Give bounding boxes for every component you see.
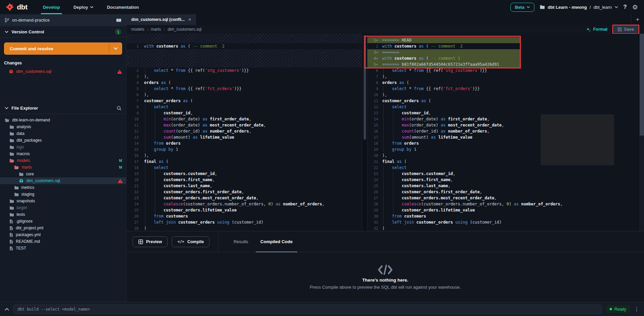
nav-documentation[interactable]: Documentation [100,0,146,14]
compile-button[interactable]: </> Compile [172,236,209,247]
code-line[interactable]: 24 customers.first_name, [367,177,644,183]
tree-item-core[interactable]: core [0,171,126,177]
tree-item-dbt-project-yml[interactable]: dbt_project.yml [0,225,126,231]
tree-item-readme-md[interactable]: README.md [0,238,126,245]
code-line[interactable]: 9 select * from {{ ref('fct_orders')}} [367,86,644,92]
code-line[interactable]: 32) [367,225,644,231]
tree-item-metrics[interactable]: metrics [0,184,126,191]
tree-item-dbt-packages[interactable]: dbt_packages [0,137,126,144]
code-line[interactable]: 24 coalesce(customer_orders.number_of_or… [127,201,362,207]
added-code-line[interactable]: 4+with customers as ( -- comment 1 [367,55,644,61]
code-line[interactable]: 20 customers.first_name, [127,177,362,183]
commit-dropdown-caret[interactable] [109,43,122,54]
version-control-header[interactable]: Version Control 1 [0,26,126,38]
code-line[interactable]: 30 from customers [367,213,644,219]
code-line[interactable]: 8orders as ( [367,80,644,86]
code-line[interactable]: 23 customers.customer_id, [367,171,644,177]
code-line[interactable]: 25 customers.last_name, [367,183,644,189]
code-line[interactable]: 8 select [127,104,362,110]
tree-item--gitignore[interactable]: .gitignore [0,218,126,225]
command-input[interactable] [13,305,602,314]
code-line[interactable]: 16), [127,152,362,159]
breadcrumb-file[interactable]: dim_customers.sql [168,27,201,32]
code-line[interactable]: 7), [367,74,644,80]
tree-item-dbt-learn-on-demand[interactable]: dbt-learn-on-demand [0,117,126,123]
breadcrumb-models[interactable]: models [131,27,144,32]
code-line[interactable]: 14 from orders [127,140,362,146]
editor-scrollbar-thumb[interactable] [640,34,644,136]
kebab-menu-icon[interactable]: ⋮ [634,306,639,312]
nav-deploy[interactable]: Deploy [67,0,100,14]
new-tab-button[interactable]: + [631,14,644,25]
code-line[interactable]: 19 customers.customer_id, [127,171,362,177]
code-line[interactable]: 26 customer_orders.first_order_date, [367,189,644,195]
code-line[interactable]: 21 customers.last_name, [127,183,362,189]
tree-item-data[interactable]: data [0,130,126,137]
branch-bar[interactable]: on-demand-practice [0,14,126,26]
settings-gear-icon[interactable]: ⚙ [632,4,638,10]
tree-item-macros[interactable]: macros [0,150,126,157]
code-line[interactable]: 28 coalesce(customer_orders.number_of_or… [367,201,644,207]
tree-item-models[interactable]: modelsM [0,157,126,164]
code-line[interactable]: 26 from customers [127,213,362,219]
tab-dim-customers[interactable]: dim_customers.sql (confli... ✕ [127,14,196,25]
dbt-logo[interactable]: dbt [0,0,36,14]
code-line[interactable]: 11 max(order_date) as most_recent_order_… [127,122,362,128]
file-explorer-header[interactable]: File Explorer [0,103,126,114]
tree-item-test[interactable]: TEST [0,245,126,252]
nav-develop[interactable]: Develop [36,0,67,14]
code-line[interactable]: 3), [127,74,362,80]
code-line[interactable]: 13 sum(amount) as lifetime_value [127,134,362,140]
search-icon[interactable] [117,106,121,111]
code-line[interactable]: 11customer_orders as ( [367,98,644,104]
tree-item-snapshots[interactable]: snapshots [0,198,126,204]
code-line[interactable]: 6), [127,92,362,98]
code-line[interactable]: 10 min(order_date) as first_order_date, [127,116,362,122]
tree-item-staging[interactable]: staging [0,191,126,198]
tree-item-marts[interactable]: martsM [0,164,126,171]
docs-book-icon[interactable] [116,18,121,23]
code-line[interactable]: 12 select [367,104,644,110]
expand-panel-chevron-icon[interactable] [5,308,9,311]
code-line[interactable]: 27 customer_orders.most_recent_order_dat… [367,195,644,201]
code-line[interactable]: 2with customers as ( -- comment 2 [367,43,644,49]
code-line[interactable]: 27 left join customer_orders using (cust… [127,219,362,225]
code-line[interactable]: 15 group by 1 [127,146,362,152]
splitter-scrollbar-thumb[interactable] [364,35,366,140]
tree-item-packages-yml[interactable]: packages.yml [0,231,126,238]
added-code-line[interactable]: 1+<<<<<<< HEAD [367,37,644,43]
code-line[interactable]: 12 count(order_id) as number_of_orders, [127,128,362,134]
code-line[interactable]: 7customer_orders as ( [127,98,362,104]
tree-item-tests[interactable]: tests [0,211,126,218]
code-line[interactable]: 28) [127,225,362,231]
code-line[interactable]: 4orders as ( [127,80,362,86]
code-line[interactable]: 29 customer_orders.lifetime_value [367,207,644,213]
code-line[interactable]: 6 select * from {{ ref('stg_customers')}… [367,67,644,74]
tab-results[interactable]: Results [227,231,254,252]
code-line[interactable]: 23 customer_orders.most_recent_order_dat… [127,195,362,201]
code-line[interactable]: 18 select [127,165,362,171]
help-icon[interactable]: ? [623,4,627,10]
format-button[interactable]: Format [586,27,607,32]
code-line[interactable]: 5 select * from {{ ref('fct_orders')}} [127,86,362,92]
tree-item-analysis[interactable]: analysis [0,123,126,130]
changed-file-dim-customers[interactable]: dim_customers.sql [0,67,126,76]
commit-and-resolve-button[interactable]: Commit and resolve [4,42,122,55]
project-selector[interactable]: dbt Learn - mwong / dbt_learn [540,5,618,10]
code-line[interactable]: 2 select * from {{ ref('stg_customers')}… [127,67,362,74]
tab-close-icon[interactable]: ✕ [188,18,191,22]
code-line[interactable]: 9 customer_id, [127,110,362,116]
added-code-line[interactable]: 5+>>>>>>> b81f802a66fd544504c65721e3ffaa… [367,61,644,67]
editor-pane-current[interactable]: 1with customers as ( -- comment 22 selec… [127,34,362,231]
code-line[interactable]: 22 select [367,165,644,171]
tree-item-dim-customers-sql[interactable]: dim_customers.sql [0,177,126,184]
pane-splitter[interactable] [362,34,367,231]
tree-item-target[interactable]: target [0,204,126,211]
tab-compiled-code[interactable]: Compiled Code [254,231,299,252]
code-line[interactable]: 22 customer_orders.first_order_date, [127,189,362,195]
code-line[interactable]: 25 customer_orders.lifetime_value [127,207,362,213]
beta-dropdown[interactable]: Beta [510,3,534,12]
tree-item-logs[interactable]: logs [0,144,126,150]
code-line[interactable]: 1with customers as ( -- comment 2 [127,43,362,49]
code-line[interactable]: 10), [367,92,644,98]
